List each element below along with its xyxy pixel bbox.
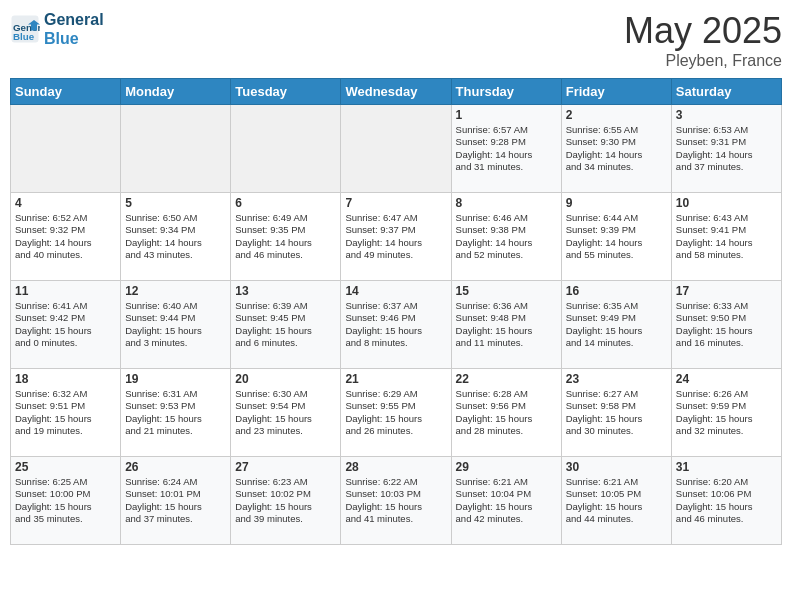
calendar-cell: 30Sunrise: 6:21 AMSunset: 10:05 PMDaylig… [561, 457, 671, 545]
day-number: 14 [345, 284, 446, 298]
cell-info: Daylight: 15 hours [566, 325, 667, 337]
day-number: 11 [15, 284, 116, 298]
day-number: 4 [15, 196, 116, 210]
cell-info: Sunrise: 6:31 AM [125, 388, 226, 400]
cell-info: Sunset: 9:45 PM [235, 312, 336, 324]
cell-info: and 21 minutes. [125, 425, 226, 437]
cell-info: Sunset: 9:28 PM [456, 136, 557, 148]
cell-info: Sunset: 9:46 PM [345, 312, 446, 324]
cell-info: Daylight: 14 hours [456, 237, 557, 249]
calendar-cell: 27Sunrise: 6:23 AMSunset: 10:02 PMDaylig… [231, 457, 341, 545]
main-title: May 2025 [624, 10, 782, 52]
day-number: 23 [566, 372, 667, 386]
cell-info: and 41 minutes. [345, 513, 446, 525]
day-header-friday: Friday [561, 79, 671, 105]
cell-info: Sunset: 9:50 PM [676, 312, 777, 324]
calendar-cell: 17Sunrise: 6:33 AMSunset: 9:50 PMDayligh… [671, 281, 781, 369]
calendar-cell: 11Sunrise: 6:41 AMSunset: 9:42 PMDayligh… [11, 281, 121, 369]
day-number: 7 [345, 196, 446, 210]
cell-info: Sunrise: 6:46 AM [456, 212, 557, 224]
cell-info: Sunset: 10:03 PM [345, 488, 446, 500]
day-number: 28 [345, 460, 446, 474]
calendar-cell: 19Sunrise: 6:31 AMSunset: 9:53 PMDayligh… [121, 369, 231, 457]
cell-info: Sunset: 10:05 PM [566, 488, 667, 500]
cell-info: and 16 minutes. [676, 337, 777, 349]
day-header-thursday: Thursday [451, 79, 561, 105]
cell-info: Sunset: 10:01 PM [125, 488, 226, 500]
day-number: 5 [125, 196, 226, 210]
calendar-week-3: 11Sunrise: 6:41 AMSunset: 9:42 PMDayligh… [11, 281, 782, 369]
day-number: 6 [235, 196, 336, 210]
cell-info: Sunrise: 6:21 AM [566, 476, 667, 488]
cell-info: Sunrise: 6:44 AM [566, 212, 667, 224]
day-number: 21 [345, 372, 446, 386]
cell-info: Sunrise: 6:21 AM [456, 476, 557, 488]
day-number: 31 [676, 460, 777, 474]
cell-info: Daylight: 15 hours [125, 325, 226, 337]
header: General Blue General Blue May 2025 Pleyb… [10, 10, 782, 70]
calendar-cell: 23Sunrise: 6:27 AMSunset: 9:58 PMDayligh… [561, 369, 671, 457]
calendar-cell: 31Sunrise: 6:20 AMSunset: 10:06 PMDaylig… [671, 457, 781, 545]
calendar-cell: 15Sunrise: 6:36 AMSunset: 9:48 PMDayligh… [451, 281, 561, 369]
cell-info: Sunset: 9:41 PM [676, 224, 777, 236]
cell-info: Sunset: 10:00 PM [15, 488, 116, 500]
day-number: 13 [235, 284, 336, 298]
day-number: 18 [15, 372, 116, 386]
cell-info: Sunrise: 6:24 AM [125, 476, 226, 488]
calendar-cell: 29Sunrise: 6:21 AMSunset: 10:04 PMDaylig… [451, 457, 561, 545]
cell-info: Sunset: 9:58 PM [566, 400, 667, 412]
cell-info: Sunrise: 6:33 AM [676, 300, 777, 312]
cell-info: Sunset: 9:38 PM [456, 224, 557, 236]
cell-info: Daylight: 15 hours [345, 325, 446, 337]
cell-info: Sunset: 10:06 PM [676, 488, 777, 500]
cell-info: and 39 minutes. [235, 513, 336, 525]
cell-info: Daylight: 14 hours [345, 237, 446, 249]
calendar-cell [231, 105, 341, 193]
day-number: 17 [676, 284, 777, 298]
cell-info: Sunset: 9:53 PM [125, 400, 226, 412]
day-number: 27 [235, 460, 336, 474]
day-number: 8 [456, 196, 557, 210]
day-header-wednesday: Wednesday [341, 79, 451, 105]
cell-info: Sunrise: 6:27 AM [566, 388, 667, 400]
cell-info: Sunset: 9:56 PM [456, 400, 557, 412]
day-number: 20 [235, 372, 336, 386]
cell-info: and 11 minutes. [456, 337, 557, 349]
cell-info: and 44 minutes. [566, 513, 667, 525]
cell-info: Sunset: 9:35 PM [235, 224, 336, 236]
cell-info: Sunrise: 6:20 AM [676, 476, 777, 488]
day-header-saturday: Saturday [671, 79, 781, 105]
cell-info: Sunset: 10:02 PM [235, 488, 336, 500]
cell-info: and 52 minutes. [456, 249, 557, 261]
cell-info: Daylight: 15 hours [456, 413, 557, 425]
cell-info: Sunset: 9:54 PM [235, 400, 336, 412]
cell-info: and 14 minutes. [566, 337, 667, 349]
cell-info: Daylight: 15 hours [125, 501, 226, 513]
cell-info: and 3 minutes. [125, 337, 226, 349]
cell-info: Daylight: 15 hours [15, 501, 116, 513]
cell-info: Sunrise: 6:28 AM [456, 388, 557, 400]
cell-info: Sunset: 9:42 PM [15, 312, 116, 324]
cell-info: Sunrise: 6:30 AM [235, 388, 336, 400]
day-number: 22 [456, 372, 557, 386]
cell-info: and 0 minutes. [15, 337, 116, 349]
logo-icon: General Blue [10, 14, 40, 44]
calendar-cell: 14Sunrise: 6:37 AMSunset: 9:46 PMDayligh… [341, 281, 451, 369]
cell-info: Sunrise: 6:37 AM [345, 300, 446, 312]
cell-info: Daylight: 15 hours [676, 325, 777, 337]
cell-info: Daylight: 15 hours [345, 501, 446, 513]
calendar-cell: 5Sunrise: 6:50 AMSunset: 9:34 PMDaylight… [121, 193, 231, 281]
calendar-cell: 22Sunrise: 6:28 AMSunset: 9:56 PMDayligh… [451, 369, 561, 457]
day-number: 24 [676, 372, 777, 386]
cell-info: Sunset: 9:51 PM [15, 400, 116, 412]
calendar-cell: 7Sunrise: 6:47 AMSunset: 9:37 PMDaylight… [341, 193, 451, 281]
cell-info: Sunrise: 6:32 AM [15, 388, 116, 400]
cell-info: Sunrise: 6:52 AM [15, 212, 116, 224]
cell-info: Daylight: 14 hours [456, 149, 557, 161]
day-header-tuesday: Tuesday [231, 79, 341, 105]
cell-info: and 8 minutes. [345, 337, 446, 349]
calendar-cell: 28Sunrise: 6:22 AMSunset: 10:03 PMDaylig… [341, 457, 451, 545]
calendar-cell: 20Sunrise: 6:30 AMSunset: 9:54 PMDayligh… [231, 369, 341, 457]
day-header-monday: Monday [121, 79, 231, 105]
calendar-cell [121, 105, 231, 193]
